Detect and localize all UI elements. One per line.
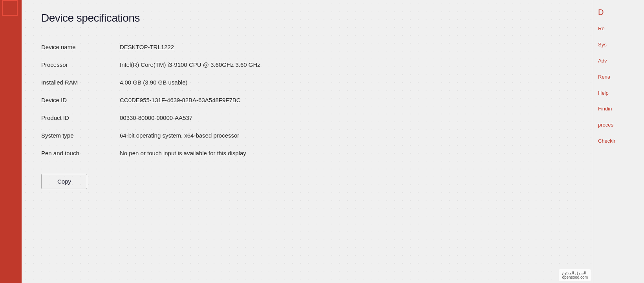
opensooq-text: السوق المفتوحopensooq.com bbox=[562, 271, 588, 279]
spec-value-device-id: CC0DE955-131F-4639-82BA-63A548F9F7BC bbox=[120, 97, 395, 103]
spec-row-processor: Processor Intel(R) Core(TM) i3-9100 CPU … bbox=[41, 56, 395, 74]
spec-row-device-name: Device name DESKTOP-TRL1222 bbox=[41, 38, 395, 56]
main-content-area: Device specifications Device name DESKTO… bbox=[22, 0, 593, 283]
spec-row-device-id: Device ID CC0DE955-131F-4639-82BA-63A548… bbox=[41, 91, 395, 109]
sidebar-link-checkir[interactable]: Checkir bbox=[593, 133, 644, 149]
sidebar-link-findin[interactable]: Findin bbox=[593, 101, 644, 117]
spec-value-pen-and-touch: No pen or touch input is available for t… bbox=[120, 150, 395, 156]
sidebar-link-adv[interactable]: Adv bbox=[593, 53, 644, 69]
right-sidebar: D Re Sys Adv Rena Help Findin proces Che… bbox=[593, 0, 644, 283]
spec-value-product-id: 00330-80000-00000-AA537 bbox=[120, 114, 395, 121]
sidebar-letter-d: D bbox=[593, 4, 644, 21]
spec-label-device-id: Device ID bbox=[41, 97, 120, 103]
spec-row-product-id: Product ID 00330-80000-00000-AA537 bbox=[41, 109, 395, 127]
sidebar-link-proces[interactable]: proces bbox=[593, 117, 644, 133]
spec-label-installed-ram: Installed RAM bbox=[41, 79, 120, 86]
spec-value-device-name: DESKTOP-TRL1222 bbox=[120, 44, 395, 50]
spec-label-product-id: Product ID bbox=[41, 114, 120, 121]
spec-value-system-type: 64-bit operating system, x64-based proce… bbox=[120, 132, 395, 139]
spec-label-processor: Processor bbox=[41, 61, 120, 68]
section-title: Device specifications bbox=[41, 12, 573, 24]
spec-value-processor: Intel(R) Core(TM) i3-9100 CPU @ 3.60GHz … bbox=[120, 61, 395, 68]
opensooq-watermark: السوق المفتوحopensooq.com bbox=[559, 269, 591, 281]
spec-value-installed-ram: 4.00 GB (3.90 GB usable) bbox=[120, 79, 395, 86]
spec-table: Device name DESKTOP-TRL1222 Processor In… bbox=[41, 38, 395, 162]
spec-label-pen-and-touch: Pen and touch bbox=[41, 150, 120, 156]
sidebar-link-help[interactable]: Help bbox=[593, 85, 644, 101]
copy-button[interactable]: Copy bbox=[41, 174, 87, 189]
sidebar-link-sys[interactable]: Sys bbox=[593, 37, 644, 53]
red-accent-square bbox=[2, 0, 18, 16]
spec-row-installed-ram: Installed RAM 4.00 GB (3.90 GB usable) bbox=[41, 74, 395, 91]
spec-label-system-type: System type bbox=[41, 132, 120, 139]
sidebar-link-re[interactable]: Re bbox=[593, 21, 644, 37]
copy-button-container: Copy bbox=[41, 174, 573, 189]
sidebar-link-rena[interactable]: Rena bbox=[593, 69, 644, 85]
spec-row-pen-and-touch: Pen and touch No pen or touch input is a… bbox=[41, 144, 395, 162]
spec-row-system-type: System type 64-bit operating system, x64… bbox=[41, 127, 395, 144]
spec-label-device-name: Device name bbox=[41, 44, 120, 50]
left-red-strip bbox=[0, 0, 22, 283]
